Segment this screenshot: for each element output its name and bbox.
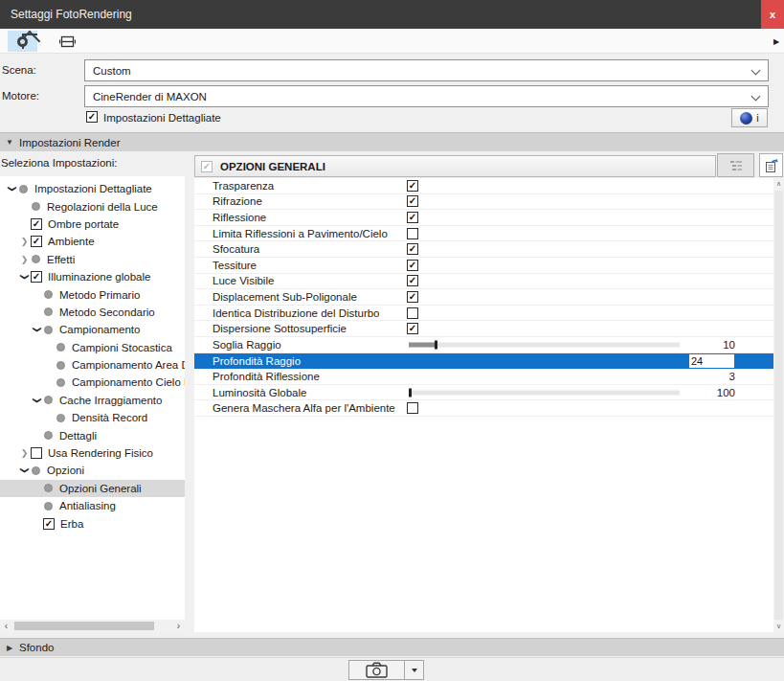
tree-item-effetti[interactable]: ❯Effetti (0, 251, 185, 268)
expanded-chevron-icon[interactable]: ❯ (33, 324, 42, 336)
collapsed-chevron-icon[interactable]: ❯ (18, 255, 31, 264)
tree-item-metodo-primario[interactable]: Metodo Primario (0, 285, 185, 303)
render-settings-tab-button[interactable] (8, 31, 37, 52)
option-row-limita-riflessioni-a-pavimento-cielo[interactable]: Limita Riflessioni a Pavimento/Cielo (194, 226, 773, 242)
option-row-displacement-sub-poligonale[interactable]: Displacement Sub-Poligonale✓ (194, 289, 773, 306)
option-checkbox[interactable]: ✓ (407, 195, 418, 207)
option-checkbox[interactable]: ✓ (407, 291, 418, 303)
camera-dropdown-button[interactable] (404, 660, 424, 680)
option-checkbox[interactable] (407, 228, 418, 239)
vscroll-thumb[interactable] (774, 191, 783, 620)
tree-item-densit-record[interactable]: Densità Record (0, 409, 185, 426)
expanded-chevron-icon[interactable]: ❯ (20, 271, 30, 284)
option-row-profondit-riflessione[interactable]: Profondità Riflessione3 (194, 369, 773, 385)
scena-label: Scena: (2, 64, 36, 76)
scroll-up-button[interactable]: ∧ (773, 178, 784, 190)
bullet-icon (44, 396, 53, 404)
tree-item-dettagli[interactable]: Dettagli (0, 426, 185, 443)
value-editor[interactable]: 24 (689, 354, 734, 368)
tree-item-campionamento-area-discr[interactable]: Campionamento Area Discr (0, 356, 185, 374)
tree-item-regolazioni-della-luce[interactable]: Regolazioni della Luce (0, 197, 185, 215)
option-slider[interactable] (409, 342, 680, 347)
scroll-down-button[interactable]: ∨ (773, 621, 784, 632)
render-section-header[interactable]: ▼ Impostazioni Render (0, 132, 784, 151)
option-checkbox[interactable]: ✓ (407, 243, 418, 255)
tree-item-opzioni[interactable]: ❯Opzioni (0, 462, 185, 479)
tree-item-checkbox[interactable] (31, 447, 42, 459)
tree-item-cache-irraggiamento[interactable]: ❯Cache Irraggiamento (0, 392, 185, 409)
bullet-icon (44, 290, 53, 299)
tree-item-opzioni-generali[interactable]: Opzioni Generali (0, 480, 185, 497)
camera-button[interactable] (348, 660, 405, 680)
option-row-luminosit-globale[interactable]: Luminosità Globale100 (194, 385, 773, 401)
detailed-settings-checkbox[interactable]: ✓ (86, 111, 98, 123)
tree-item-campioni-stocastica[interactable]: Campioni Stocastica (0, 339, 185, 356)
expanded-chevron-icon[interactable]: ❯ (8, 183, 17, 195)
hscroll-thumb[interactable] (14, 622, 154, 630)
tree-item-ombre-portate[interactable]: ✓Ombre portate (0, 216, 185, 233)
tree-item-metodo-secondario[interactable]: Metodo Secondario (0, 304, 185, 321)
option-row-genera-maschera-alfa-per-l-ambiente[interactable]: Genera Maschera Alfa per l'Ambiente (194, 400, 773, 417)
option-row-tessiture[interactable]: Tessiture✓ (194, 258, 773, 274)
bullet-icon (32, 466, 40, 475)
option-row-soglia-raggio[interactable]: Soglia Raggio10 (194, 337, 773, 353)
motore-label: Motore: (2, 90, 39, 102)
tree-item-checkbox[interactable]: ✓ (31, 271, 42, 283)
option-label: Profondità Riflessione (213, 371, 320, 382)
tree-item-usa-rendering-fisico[interactable]: ❯Usa Rendering Fisico (0, 444, 185, 462)
toolbar-overflow-button[interactable]: ▶ (771, 35, 782, 47)
bullet-icon (44, 484, 53, 492)
cinerender-sphere-icon (740, 112, 752, 125)
scroll-left-button[interactable]: ‹ (0, 620, 12, 632)
option-checkbox[interactable] (407, 402, 418, 414)
motore-select[interactable]: CineRender di MAXON (84, 85, 769, 107)
slider-handle[interactable] (409, 388, 412, 397)
collapsed-chevron-icon[interactable]: ❯ (18, 448, 31, 458)
expanded-chevron-icon[interactable]: ❯ (33, 394, 42, 406)
tree-item-ambiente[interactable]: ❯✓Ambiente (0, 233, 185, 250)
engine-info-button[interactable]: i (731, 108, 768, 127)
option-row-identica-distribuzione-del-disturbo[interactable]: Identica Distribuzione del Disturbo (194, 306, 773, 322)
scena-select[interactable]: Custom (84, 59, 769, 81)
expanded-chevron-icon[interactable]: ❯ (20, 465, 30, 477)
split-view-button[interactable] (53, 31, 82, 52)
option-checkbox[interactable]: ✓ (407, 323, 418, 334)
tree-item-illuminazione-globale[interactable]: ❯✓Illuminazione globale (0, 268, 185, 285)
option-row-luce-visibile[interactable]: Luce Visibile✓ (194, 274, 773, 290)
option-checkbox[interactable] (407, 307, 418, 319)
bullet-icon (44, 326, 53, 334)
sfondo-section-header[interactable]: ▶ Sfondo (0, 638, 784, 656)
tree-hscrollbar[interactable]: ‹ › (0, 620, 185, 632)
option-row-dispersione-sottosuperficie[interactable]: Dispersione Sottosuperficie✓ (194, 321, 773, 337)
bullet-icon (44, 502, 53, 511)
option-row-trasparenza[interactable]: Trasparenza✓ (194, 178, 773, 194)
tree-item-campionamento-cielo-disc[interactable]: Campionamento Cielo Disc (0, 374, 185, 391)
tree-item-impostazioni-dettagliate[interactable]: ❯Impostazioni Dettagliate (0, 180, 185, 197)
options-vscrollbar[interactable]: ∧ ∨ (773, 178, 784, 632)
option-row-sfocatura[interactable]: Sfocatura✓ (194, 241, 773, 258)
chevron-down-icon (412, 669, 417, 672)
option-checkbox[interactable]: ✓ (407, 212, 418, 223)
window-title: Settaggi FotoRendering (11, 8, 132, 21)
close-button[interactable]: x (761, 0, 784, 29)
option-row-riflessione[interactable]: Riflessione✓ (194, 210, 773, 226)
option-checkbox[interactable]: ✓ (407, 275, 418, 286)
tree-item-checkbox[interactable]: ✓ (31, 236, 42, 247)
scroll-right-button[interactable]: › (172, 620, 185, 632)
option-row-profondit-raggio[interactable]: Profondità Raggio24 (194, 353, 773, 370)
titlebar[interactable]: Settaggi FotoRendering x (0, 0, 784, 29)
tree-item-checkbox[interactable]: ✓ (31, 218, 42, 230)
tree-item-campionamento[interactable]: ❯Campionamento (0, 321, 185, 338)
option-slider[interactable] (409, 390, 680, 395)
collapsed-chevron-icon[interactable]: ❯ (18, 237, 31, 246)
gear-icon (15, 34, 31, 49)
option-checkbox[interactable]: ✓ (407, 260, 418, 271)
option-label: Dispersione Sottosuperficie (213, 323, 347, 334)
tree-item-erba[interactable]: ✓Erba (0, 514, 185, 532)
tree-item-antialiasing[interactable]: Antialiasing (0, 497, 185, 514)
option-row-rifrazione[interactable]: Rifrazione✓ (194, 194, 773, 211)
open-editor-button[interactable] (759, 153, 783, 177)
tree-item-checkbox[interactable]: ✓ (43, 518, 55, 530)
option-checkbox[interactable]: ✓ (407, 180, 418, 192)
slider-handle[interactable] (435, 340, 437, 349)
